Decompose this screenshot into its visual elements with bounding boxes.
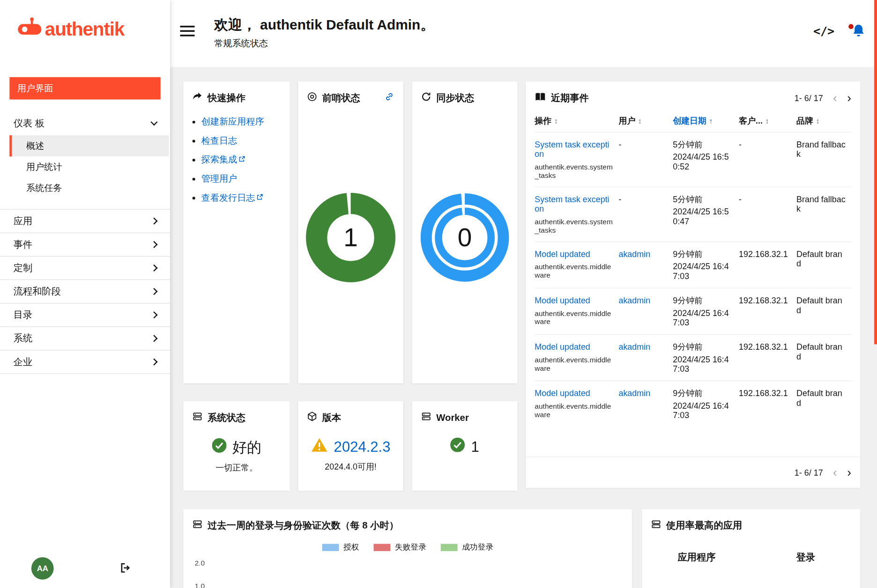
check-circle-icon xyxy=(450,438,465,456)
list-item: 管理用户 xyxy=(201,173,290,185)
version-title: 版本 xyxy=(322,412,342,424)
top-apps-title: 使用率最高的应用 xyxy=(666,519,742,532)
user-interface-button[interactable]: 用户界面 xyxy=(9,77,160,100)
version-link[interactable]: 2024.2.3 xyxy=(334,438,391,456)
chevron-right-icon xyxy=(150,358,157,365)
avatar[interactable]: AA xyxy=(31,557,54,580)
logout-icon[interactable] xyxy=(119,562,132,576)
sidebar-item-system-tasks[interactable]: 系统任务 xyxy=(9,178,169,199)
outpost-donut-value: 1 xyxy=(343,223,358,252)
subnav-label: 用户统计 xyxy=(26,161,62,173)
event-date: 2024/4/25 16:47:03 xyxy=(673,262,733,281)
sidebar-item-overview[interactable]: 概述 xyxy=(9,135,169,156)
external-link-icon xyxy=(257,192,263,202)
sidebar-item-customization[interactable]: 定制 xyxy=(0,256,170,279)
event-client: - xyxy=(739,194,796,234)
sort-icon: ↕ xyxy=(816,117,820,125)
menu-toggle-icon[interactable] xyxy=(180,26,194,39)
system-status-value: 好的 xyxy=(232,438,261,457)
server-icon xyxy=(193,519,202,532)
sidebar-item-dashboard[interactable]: 仪表 板 xyxy=(0,110,170,135)
check-logs-link[interactable]: 检查日志 xyxy=(201,136,237,145)
authentik-logo-icon xyxy=(17,17,43,42)
chevron-right-icon xyxy=(150,241,157,248)
event-action-link[interactable]: System task exception xyxy=(535,194,609,213)
notifications-bell-icon[interactable] xyxy=(851,23,866,41)
outpost-donut-chart: 1 xyxy=(298,193,403,282)
authentik-logo[interactable]: authentik xyxy=(17,17,124,42)
create-application-link[interactable]: 创建新应用程序 xyxy=(201,117,264,126)
sort-icon: ↕ xyxy=(766,117,769,125)
event-time: 5分钟前 xyxy=(673,140,733,150)
event-brand: Default brand xyxy=(796,249,851,280)
pagination-prev-button[interactable]: ‹ xyxy=(833,92,837,104)
event-user-link[interactable]: akadmin xyxy=(618,389,650,398)
recent-events-title: 近期事件 xyxy=(551,92,589,104)
event-date: 2024/4/25 16:47:03 xyxy=(673,354,733,374)
list-item: 探索集成 xyxy=(201,154,290,166)
chevron-down-icon xyxy=(150,118,157,125)
event-user-link[interactable]: akadmin xyxy=(618,342,650,352)
event-action-link[interactable]: Model updated xyxy=(535,296,590,305)
event-client: 192.168.32.1 xyxy=(739,296,796,327)
quick-actions-list: 创建新应用程序 检查日志 探索集成 管理用户 查看发行日志 xyxy=(201,116,290,204)
pagination-prev-button[interactable]: ‹ xyxy=(833,466,837,478)
pagination-next-button[interactable]: › xyxy=(847,466,851,478)
sidebar-item-user-stats[interactable]: 用户统计 xyxy=(9,156,169,177)
sort-icon: ↕ xyxy=(638,117,642,125)
nav-label: 定制 xyxy=(14,262,33,274)
event-action-link[interactable]: Model updated xyxy=(535,249,590,258)
event-user-link[interactable]: akadmin xyxy=(618,296,650,305)
sidebar-item-directory[interactable]: 目录 xyxy=(0,303,170,326)
list-item: 创建新应用程序 xyxy=(201,116,290,128)
release-notes-link[interactable]: 查看发行日志 xyxy=(201,193,255,202)
legend-swatch-blue xyxy=(322,544,339,551)
scrollbar-thumb[interactable] xyxy=(874,0,877,344)
event-app: authentik.events.middleware xyxy=(535,309,613,326)
event-row: Model updatedauthentik.events.middleware… xyxy=(535,242,851,288)
sidebar-item-events[interactable]: 事件 xyxy=(0,233,170,256)
manage-users-link[interactable]: 管理用户 xyxy=(201,174,237,183)
explore-integrations-link[interactable]: 探索集成 xyxy=(201,155,237,164)
sort-asc-icon: ↑ xyxy=(709,117,713,125)
event-row: Model updatedauthentik.events.middleware… xyxy=(535,288,851,334)
sidebar-item-system[interactable]: 系统 xyxy=(0,326,170,350)
event-brand: Brand fallback xyxy=(796,194,851,234)
column-header-user[interactable]: 用户↕ xyxy=(618,116,673,126)
event-action-link[interactable]: Model updated xyxy=(535,342,590,352)
event-client: 192.168.32.1 xyxy=(739,389,796,420)
column-header-logins: 登录 xyxy=(751,551,860,564)
link-chain-icon[interactable] xyxy=(384,92,394,104)
sidebar-item-enterprise[interactable]: 企业 xyxy=(0,350,170,373)
sidebar: authentik 用户界面 仪表 板 概述 用户统计 系统任务 xyxy=(0,0,170,588)
event-row: System task exceptionauthentik.events.sy… xyxy=(535,187,851,242)
event-brand: Default brand xyxy=(796,296,851,327)
quick-actions-card: 快速操作 创建新应用程序 检查日志 探索集成 管理用户 查看发行日志 xyxy=(184,81,290,383)
column-header-action[interactable]: 操作↕ xyxy=(535,116,618,126)
column-header-brand[interactable]: 品牌↕ xyxy=(796,116,851,126)
column-header-created[interactable]: 创建日期↑ xyxy=(673,116,739,126)
event-app: authentik.events.middleware xyxy=(535,355,613,372)
chevron-right-icon xyxy=(150,311,157,318)
y-tick: 2.0 xyxy=(194,559,632,567)
event-row: System task exceptionauthentik.events.sy… xyxy=(535,132,851,187)
event-user-link[interactable]: akadmin xyxy=(618,249,650,258)
warning-triangle-icon xyxy=(311,438,328,456)
event-action-link[interactable]: System task exception xyxy=(535,140,609,159)
pagination-next-button[interactable]: › xyxy=(847,92,851,104)
nav-label: 事件 xyxy=(14,238,33,251)
event-client: 192.168.32.1 xyxy=(739,342,796,374)
list-item: 检查日志 xyxy=(201,135,290,147)
event-action-link[interactable]: Model updated xyxy=(535,389,590,398)
sidebar-item-flows-stages[interactable]: 流程和阶段 xyxy=(0,279,170,303)
outpost-status-title: 前哨状态 xyxy=(322,92,360,104)
api-code-icon[interactable]: </> xyxy=(813,25,834,38)
quick-actions-title: 快速操作 xyxy=(208,92,245,104)
column-header-client[interactable]: 客户...↕ xyxy=(739,116,796,126)
event-app: authentik.events.middleware xyxy=(535,402,613,419)
system-status-card: 系统状态 好的 一切正常。 xyxy=(184,401,290,491)
event-client: - xyxy=(739,140,796,179)
worker-card: Worker 1 xyxy=(412,401,517,491)
sidebar-item-applications[interactable]: 应用 xyxy=(0,209,170,233)
sort-icon: ↕ xyxy=(554,117,558,125)
